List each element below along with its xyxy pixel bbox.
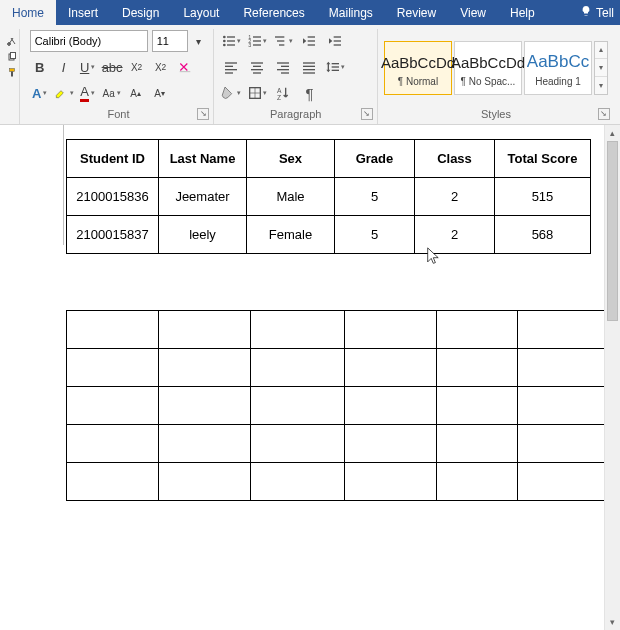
table-row[interactable] bbox=[67, 425, 610, 463]
table-row[interactable] bbox=[67, 311, 610, 349]
table-row[interactable]: 2100015837leelyFemale52568 bbox=[67, 216, 591, 254]
table-cell[interactable] bbox=[517, 387, 609, 425]
table-row[interactable] bbox=[67, 387, 610, 425]
tab-layout[interactable]: Layout bbox=[171, 0, 231, 25]
document-area[interactable]: Student IDLast NameSexGradeClassTotal Sc… bbox=[0, 125, 620, 630]
table-cell[interactable] bbox=[251, 425, 345, 463]
table-cell[interactable] bbox=[517, 349, 609, 387]
superscript-button[interactable]: X2 bbox=[151, 57, 171, 77]
tab-help[interactable]: Help bbox=[498, 0, 547, 25]
scroll-track[interactable] bbox=[605, 141, 620, 614]
table-cell[interactable] bbox=[437, 425, 517, 463]
tab-home[interactable]: Home bbox=[0, 0, 56, 25]
table-row[interactable] bbox=[67, 349, 610, 387]
table-row[interactable]: 2100015836JeematerMale52515 bbox=[67, 178, 591, 216]
table-cell[interactable] bbox=[251, 463, 345, 501]
table-cell[interactable] bbox=[345, 387, 437, 425]
format-painter-icon[interactable] bbox=[6, 67, 18, 79]
justify-button[interactable] bbox=[298, 57, 320, 77]
table-cell[interactable] bbox=[437, 349, 517, 387]
table-cell[interactable] bbox=[345, 463, 437, 501]
table-cell[interactable] bbox=[251, 349, 345, 387]
tab-mailings[interactable]: Mailings bbox=[317, 0, 385, 25]
subscript-button[interactable]: X2 bbox=[127, 57, 147, 77]
table-cell[interactable] bbox=[345, 311, 437, 349]
table-cell[interactable] bbox=[159, 311, 251, 349]
shrink-font-button[interactable]: A▾ bbox=[150, 83, 170, 103]
styles-dialog-launcher-icon[interactable]: ↘ bbox=[598, 108, 610, 120]
styles-more-icon[interactable]: ▾ bbox=[595, 77, 607, 94]
table-cell[interactable]: Jeemater bbox=[159, 178, 247, 216]
table-cell[interactable] bbox=[251, 311, 345, 349]
tab-references[interactable]: References bbox=[231, 0, 316, 25]
table-cell[interactable] bbox=[67, 387, 159, 425]
table-cell[interactable] bbox=[159, 463, 251, 501]
styles-scroll-up-icon[interactable]: ▴ bbox=[595, 42, 607, 60]
font-dialog-launcher-icon[interactable]: ↘ bbox=[197, 108, 209, 120]
align-left-button[interactable] bbox=[220, 57, 242, 77]
table-cell[interactable] bbox=[67, 463, 159, 501]
table-cell[interactable]: 2100015837 bbox=[67, 216, 159, 254]
paragraph-dialog-launcher-icon[interactable]: ↘ bbox=[361, 108, 373, 120]
tab-review[interactable]: Review bbox=[385, 0, 448, 25]
table-cell[interactable] bbox=[67, 349, 159, 387]
table-cell[interactable]: 568 bbox=[495, 216, 591, 254]
tab-design[interactable]: Design bbox=[110, 0, 171, 25]
scroll-up-icon[interactable]: ▴ bbox=[605, 125, 620, 141]
table-cell[interactable] bbox=[67, 311, 159, 349]
table-cell[interactable] bbox=[159, 387, 251, 425]
font-size-select[interactable] bbox=[152, 30, 188, 52]
tell-me[interactable]: Tell bbox=[570, 0, 620, 25]
empty-table[interactable] bbox=[66, 310, 610, 501]
table-cell[interactable]: 5 bbox=[335, 178, 415, 216]
table-cell[interactable] bbox=[159, 425, 251, 463]
font-size-dropdown-icon[interactable]: ▾ bbox=[192, 31, 206, 51]
scroll-down-icon[interactable]: ▾ bbox=[605, 614, 620, 630]
table-cell[interactable] bbox=[67, 425, 159, 463]
numbering-button[interactable]: 123▾ bbox=[246, 31, 268, 51]
tab-insert[interactable]: Insert bbox=[56, 0, 110, 25]
shading-button[interactable]: ▾ bbox=[220, 83, 242, 103]
sort-button[interactable]: AZ bbox=[272, 83, 294, 103]
table-cell[interactable]: Female bbox=[247, 216, 335, 254]
table-header[interactable]: Class bbox=[415, 140, 495, 178]
increase-indent-button[interactable] bbox=[324, 31, 346, 51]
table-header[interactable]: Last Name bbox=[159, 140, 247, 178]
text-effects-button[interactable]: A▾ bbox=[30, 83, 50, 103]
table-header[interactable]: Total Score bbox=[495, 140, 591, 178]
table-cell[interactable] bbox=[437, 463, 517, 501]
table-header[interactable]: Student ID bbox=[67, 140, 159, 178]
table-cell[interactable] bbox=[517, 311, 609, 349]
table-cell[interactable] bbox=[251, 387, 345, 425]
table-cell[interactable] bbox=[437, 387, 517, 425]
align-center-button[interactable] bbox=[246, 57, 268, 77]
bullets-button[interactable]: ▾ bbox=[220, 31, 242, 51]
grow-font-button[interactable]: A▴ bbox=[126, 83, 146, 103]
scroll-thumb[interactable] bbox=[607, 141, 618, 321]
style-no-spacing[interactable]: AaBbCcDd ¶ No Spac... bbox=[454, 41, 522, 95]
table-cell[interactable] bbox=[517, 463, 609, 501]
style-normal[interactable]: AaBbCcDd ¶ Normal bbox=[384, 41, 452, 95]
show-marks-button[interactable]: ¶ bbox=[298, 83, 320, 103]
decrease-indent-button[interactable] bbox=[298, 31, 320, 51]
highlight-button[interactable]: ▾ bbox=[54, 83, 74, 103]
italic-button[interactable]: I bbox=[54, 57, 74, 77]
copy-icon[interactable] bbox=[6, 51, 18, 63]
table-cell[interactable] bbox=[517, 425, 609, 463]
table-cell[interactable] bbox=[345, 425, 437, 463]
table-row[interactable] bbox=[67, 463, 610, 501]
bold-button[interactable]: B bbox=[30, 57, 50, 77]
table-cell[interactable]: 515 bbox=[495, 178, 591, 216]
student-table[interactable]: Student IDLast NameSexGradeClassTotal Sc… bbox=[66, 139, 591, 254]
table-cell[interactable]: Male bbox=[247, 178, 335, 216]
cut-icon[interactable] bbox=[6, 35, 18, 47]
underline-button[interactable]: U▾ bbox=[78, 57, 98, 77]
align-right-button[interactable] bbox=[272, 57, 294, 77]
table-header[interactable]: Sex bbox=[247, 140, 335, 178]
font-color-button[interactable]: A▾ bbox=[78, 83, 98, 103]
line-spacing-button[interactable]: ▾ bbox=[324, 57, 346, 77]
multilevel-list-button[interactable]: ▾ bbox=[272, 31, 294, 51]
table-cell[interactable]: leely bbox=[159, 216, 247, 254]
table-cell[interactable]: 2 bbox=[415, 178, 495, 216]
styles-scroll-down-icon[interactable]: ▾ bbox=[595, 59, 607, 77]
